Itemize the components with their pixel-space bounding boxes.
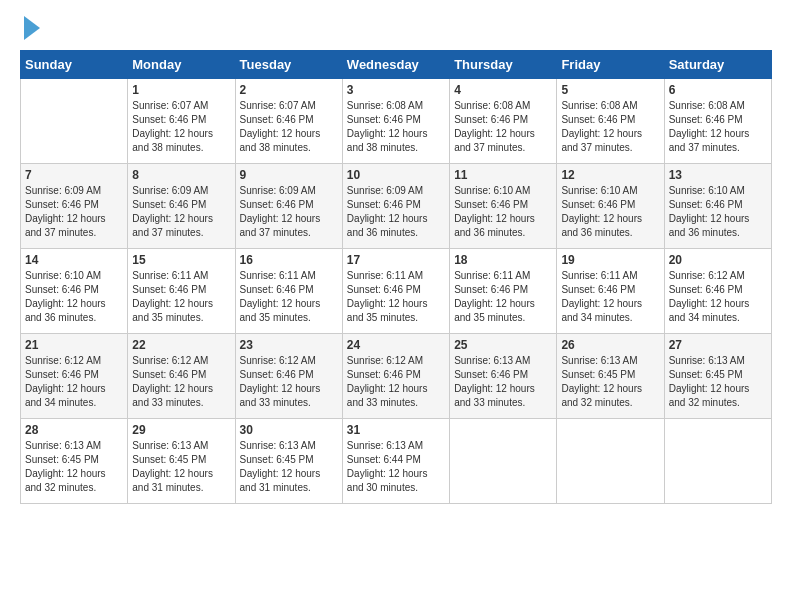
calendar-cell: 7Sunrise: 6:09 AM Sunset: 6:46 PM Daylig… [21, 164, 128, 249]
calendar-cell: 31Sunrise: 6:13 AM Sunset: 6:44 PM Dayli… [342, 419, 449, 504]
day-number: 20 [669, 253, 767, 267]
day-number: 31 [347, 423, 445, 437]
day-number: 17 [347, 253, 445, 267]
calendar-cell: 11Sunrise: 6:10 AM Sunset: 6:46 PM Dayli… [450, 164, 557, 249]
day-number: 30 [240, 423, 338, 437]
calendar-cell: 28Sunrise: 6:13 AM Sunset: 6:45 PM Dayli… [21, 419, 128, 504]
calendar-cell [21, 79, 128, 164]
calendar-cell: 8Sunrise: 6:09 AM Sunset: 6:46 PM Daylig… [128, 164, 235, 249]
cell-sunrise-sunset-info: Sunrise: 6:13 AM Sunset: 6:46 PM Dayligh… [454, 354, 552, 410]
calendar-cell: 9Sunrise: 6:09 AM Sunset: 6:46 PM Daylig… [235, 164, 342, 249]
day-number: 12 [561, 168, 659, 182]
calendar-cell: 2Sunrise: 6:07 AM Sunset: 6:46 PM Daylig… [235, 79, 342, 164]
calendar-cell: 26Sunrise: 6:13 AM Sunset: 6:45 PM Dayli… [557, 334, 664, 419]
cell-sunrise-sunset-info: Sunrise: 6:07 AM Sunset: 6:46 PM Dayligh… [240, 99, 338, 155]
day-number: 14 [25, 253, 123, 267]
day-number: 8 [132, 168, 230, 182]
calendar-week-row: 7Sunrise: 6:09 AM Sunset: 6:46 PM Daylig… [21, 164, 772, 249]
day-number: 13 [669, 168, 767, 182]
cell-sunrise-sunset-info: Sunrise: 6:12 AM Sunset: 6:46 PM Dayligh… [132, 354, 230, 410]
cell-sunrise-sunset-info: Sunrise: 6:11 AM Sunset: 6:46 PM Dayligh… [454, 269, 552, 325]
logo-arrow-icon [24, 16, 40, 40]
calendar-cell: 24Sunrise: 6:12 AM Sunset: 6:46 PM Dayli… [342, 334, 449, 419]
day-number: 4 [454, 83, 552, 97]
calendar-header-saturday: Saturday [664, 51, 771, 79]
cell-sunrise-sunset-info: Sunrise: 6:08 AM Sunset: 6:46 PM Dayligh… [561, 99, 659, 155]
calendar-cell: 13Sunrise: 6:10 AM Sunset: 6:46 PM Dayli… [664, 164, 771, 249]
page-header [20, 20, 772, 40]
cell-sunrise-sunset-info: Sunrise: 6:11 AM Sunset: 6:46 PM Dayligh… [561, 269, 659, 325]
calendar-cell: 14Sunrise: 6:10 AM Sunset: 6:46 PM Dayli… [21, 249, 128, 334]
calendar-cell: 3Sunrise: 6:08 AM Sunset: 6:46 PM Daylig… [342, 79, 449, 164]
calendar-cell: 21Sunrise: 6:12 AM Sunset: 6:46 PM Dayli… [21, 334, 128, 419]
day-number: 22 [132, 338, 230, 352]
calendar-cell: 29Sunrise: 6:13 AM Sunset: 6:45 PM Dayli… [128, 419, 235, 504]
day-number: 19 [561, 253, 659, 267]
cell-sunrise-sunset-info: Sunrise: 6:13 AM Sunset: 6:44 PM Dayligh… [347, 439, 445, 495]
calendar-cell: 16Sunrise: 6:11 AM Sunset: 6:46 PM Dayli… [235, 249, 342, 334]
calendar-cell [450, 419, 557, 504]
cell-sunrise-sunset-info: Sunrise: 6:13 AM Sunset: 6:45 PM Dayligh… [240, 439, 338, 495]
day-number: 25 [454, 338, 552, 352]
cell-sunrise-sunset-info: Sunrise: 6:12 AM Sunset: 6:46 PM Dayligh… [25, 354, 123, 410]
cell-sunrise-sunset-info: Sunrise: 6:10 AM Sunset: 6:46 PM Dayligh… [454, 184, 552, 240]
day-number: 9 [240, 168, 338, 182]
calendar-header-wednesday: Wednesday [342, 51, 449, 79]
day-number: 29 [132, 423, 230, 437]
calendar-week-row: 1Sunrise: 6:07 AM Sunset: 6:46 PM Daylig… [21, 79, 772, 164]
calendar-cell: 12Sunrise: 6:10 AM Sunset: 6:46 PM Dayli… [557, 164, 664, 249]
calendar-cell: 30Sunrise: 6:13 AM Sunset: 6:45 PM Dayli… [235, 419, 342, 504]
day-number: 28 [25, 423, 123, 437]
day-number: 16 [240, 253, 338, 267]
calendar-cell: 1Sunrise: 6:07 AM Sunset: 6:46 PM Daylig… [128, 79, 235, 164]
cell-sunrise-sunset-info: Sunrise: 6:10 AM Sunset: 6:46 PM Dayligh… [561, 184, 659, 240]
day-number: 3 [347, 83, 445, 97]
calendar-cell: 10Sunrise: 6:09 AM Sunset: 6:46 PM Dayli… [342, 164, 449, 249]
cell-sunrise-sunset-info: Sunrise: 6:12 AM Sunset: 6:46 PM Dayligh… [669, 269, 767, 325]
calendar-week-row: 28Sunrise: 6:13 AM Sunset: 6:45 PM Dayli… [21, 419, 772, 504]
calendar-table: SundayMondayTuesdayWednesdayThursdayFrid… [20, 50, 772, 504]
calendar-cell: 20Sunrise: 6:12 AM Sunset: 6:46 PM Dayli… [664, 249, 771, 334]
day-number: 5 [561, 83, 659, 97]
day-number: 27 [669, 338, 767, 352]
calendar-cell: 4Sunrise: 6:08 AM Sunset: 6:46 PM Daylig… [450, 79, 557, 164]
calendar-cell: 22Sunrise: 6:12 AM Sunset: 6:46 PM Dayli… [128, 334, 235, 419]
day-number: 11 [454, 168, 552, 182]
calendar-cell: 5Sunrise: 6:08 AM Sunset: 6:46 PM Daylig… [557, 79, 664, 164]
cell-sunrise-sunset-info: Sunrise: 6:07 AM Sunset: 6:46 PM Dayligh… [132, 99, 230, 155]
day-number: 10 [347, 168, 445, 182]
calendar-cell: 25Sunrise: 6:13 AM Sunset: 6:46 PM Dayli… [450, 334, 557, 419]
day-number: 18 [454, 253, 552, 267]
calendar-cell [664, 419, 771, 504]
day-number: 1 [132, 83, 230, 97]
cell-sunrise-sunset-info: Sunrise: 6:10 AM Sunset: 6:46 PM Dayligh… [669, 184, 767, 240]
cell-sunrise-sunset-info: Sunrise: 6:13 AM Sunset: 6:45 PM Dayligh… [561, 354, 659, 410]
calendar-cell: 6Sunrise: 6:08 AM Sunset: 6:46 PM Daylig… [664, 79, 771, 164]
logo [20, 20, 40, 40]
cell-sunrise-sunset-info: Sunrise: 6:11 AM Sunset: 6:46 PM Dayligh… [132, 269, 230, 325]
calendar-cell: 18Sunrise: 6:11 AM Sunset: 6:46 PM Dayli… [450, 249, 557, 334]
cell-sunrise-sunset-info: Sunrise: 6:11 AM Sunset: 6:46 PM Dayligh… [347, 269, 445, 325]
calendar-cell: 19Sunrise: 6:11 AM Sunset: 6:46 PM Dayli… [557, 249, 664, 334]
calendar-cell: 23Sunrise: 6:12 AM Sunset: 6:46 PM Dayli… [235, 334, 342, 419]
cell-sunrise-sunset-info: Sunrise: 6:08 AM Sunset: 6:46 PM Dayligh… [454, 99, 552, 155]
cell-sunrise-sunset-info: Sunrise: 6:13 AM Sunset: 6:45 PM Dayligh… [669, 354, 767, 410]
cell-sunrise-sunset-info: Sunrise: 6:08 AM Sunset: 6:46 PM Dayligh… [669, 99, 767, 155]
calendar-header-row: SundayMondayTuesdayWednesdayThursdayFrid… [21, 51, 772, 79]
cell-sunrise-sunset-info: Sunrise: 6:08 AM Sunset: 6:46 PM Dayligh… [347, 99, 445, 155]
calendar-header-friday: Friday [557, 51, 664, 79]
day-number: 23 [240, 338, 338, 352]
calendar-cell: 27Sunrise: 6:13 AM Sunset: 6:45 PM Dayli… [664, 334, 771, 419]
cell-sunrise-sunset-info: Sunrise: 6:09 AM Sunset: 6:46 PM Dayligh… [347, 184, 445, 240]
calendar-cell: 17Sunrise: 6:11 AM Sunset: 6:46 PM Dayli… [342, 249, 449, 334]
cell-sunrise-sunset-info: Sunrise: 6:13 AM Sunset: 6:45 PM Dayligh… [25, 439, 123, 495]
cell-sunrise-sunset-info: Sunrise: 6:10 AM Sunset: 6:46 PM Dayligh… [25, 269, 123, 325]
calendar-header-tuesday: Tuesday [235, 51, 342, 79]
day-number: 2 [240, 83, 338, 97]
day-number: 15 [132, 253, 230, 267]
calendar-cell [557, 419, 664, 504]
day-number: 24 [347, 338, 445, 352]
cell-sunrise-sunset-info: Sunrise: 6:13 AM Sunset: 6:45 PM Dayligh… [132, 439, 230, 495]
day-number: 21 [25, 338, 123, 352]
cell-sunrise-sunset-info: Sunrise: 6:12 AM Sunset: 6:46 PM Dayligh… [240, 354, 338, 410]
